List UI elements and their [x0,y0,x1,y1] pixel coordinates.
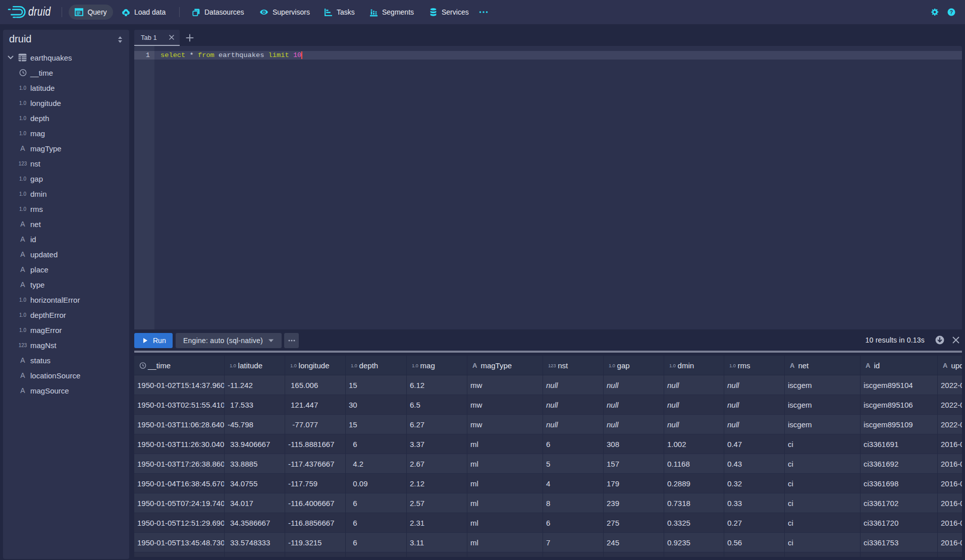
svg-text:?: ? [950,9,953,15]
